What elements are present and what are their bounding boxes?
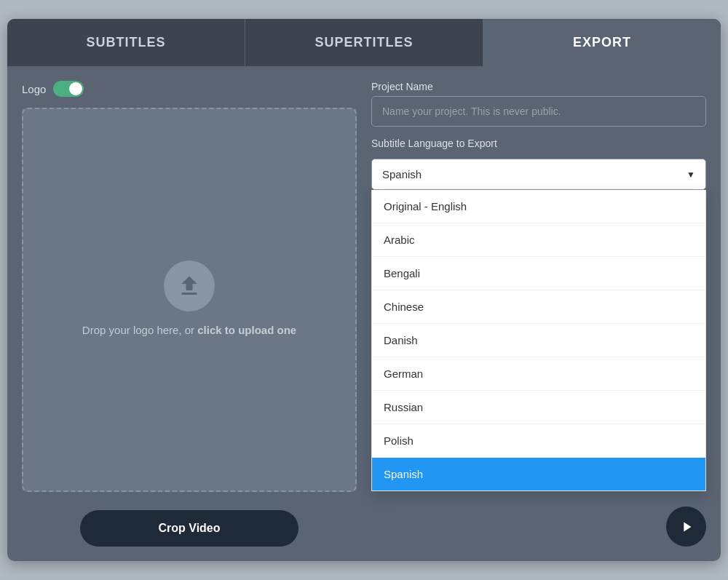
language-option-german[interactable]: German <box>372 357 705 391</box>
arrow-right-icon <box>678 519 695 535</box>
language-option-original-english[interactable]: Original - English <box>372 190 705 223</box>
logo-label: Logo <box>22 83 46 95</box>
language-option-spanish[interactable]: Spanish <box>372 458 705 490</box>
tab-supertitles[interactable]: SUPERTITLES <box>245 19 483 66</box>
left-panel: Logo Drop your logo here, or click to up… <box>22 81 357 547</box>
upload-area[interactable]: Drop your logo here, or click to upload … <box>22 108 357 492</box>
upload-icon <box>176 273 202 299</box>
project-name-input[interactable] <box>371 96 706 127</box>
upload-text-normal: Drop your logo here, or <box>82 324 197 336</box>
tab-subtitles[interactable]: SUBTITLES <box>7 19 245 66</box>
main-content: Logo Drop your logo here, or click to up… <box>7 66 721 561</box>
action-button[interactable] <box>666 506 706 547</box>
tab-bar: SUBTITLES SUPERTITLES EXPORT <box>7 19 721 66</box>
project-name-label: Project Name <box>371 81 706 92</box>
language-option-bengali[interactable]: Bengali <box>372 257 705 290</box>
logo-row: Logo <box>22 81 357 97</box>
chevron-down-icon: ▼ <box>687 170 695 180</box>
crop-video-button[interactable]: Crop Video <box>80 510 298 547</box>
language-label: Subtitle Language to Export <box>371 138 706 149</box>
tab-export[interactable]: EXPORT <box>483 19 721 66</box>
logo-toggle[interactable] <box>53 81 84 97</box>
language-dropdown-list: Original - English Arabic Bengali Chines… <box>371 190 706 491</box>
upload-text: Drop your logo here, or click to upload … <box>82 322 296 339</box>
language-option-danish[interactable]: Danish <box>372 324 705 357</box>
right-panel: Project Name Subtitle Language to Export… <box>371 81 706 547</box>
project-name-section: Project Name <box>371 81 706 127</box>
upload-icon-circle <box>164 261 215 311</box>
selected-language-text: Spanish <box>382 168 422 180</box>
language-option-arabic[interactable]: Arabic <box>372 223 705 257</box>
language-option-russian[interactable]: Russian <box>372 391 705 424</box>
language-select-box[interactable]: Spanish ▼ <box>371 159 706 190</box>
language-option-polish[interactable]: Polish <box>372 424 705 458</box>
language-option-chinese[interactable]: Chinese <box>372 290 705 324</box>
app-container: SUBTITLES SUPERTITLES EXPORT Logo Drop y… <box>7 19 721 561</box>
language-select-container: Spanish ▼ Original - English Arabic Beng… <box>371 159 706 190</box>
language-section: Subtitle Language to Export Spanish ▼ Or… <box>371 138 706 190</box>
upload-text-bold: click to upload one <box>197 324 296 336</box>
